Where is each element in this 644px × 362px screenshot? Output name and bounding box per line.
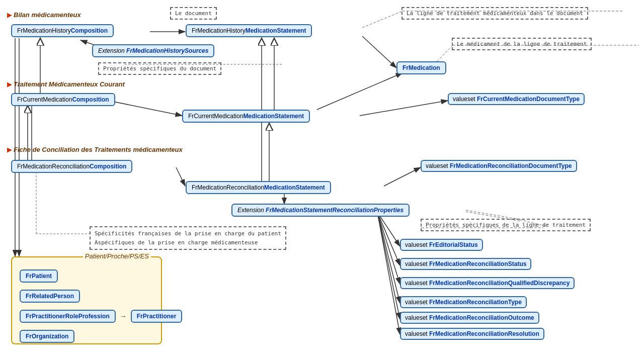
section-traitement: ▶Traitement Médicamenteux Courant: [7, 80, 125, 88]
dashed-la-ligne: La ligne de traitement médicamenteux dan…: [401, 7, 588, 20]
section-fiche: ▶Fiche de Conciliation des Traitements m…: [7, 146, 183, 153]
dashed-proprietes-doc: Propriétés spécifiques du document: [98, 62, 221, 75]
svg-line-25: [377, 212, 400, 246]
svg-line-15: [317, 73, 403, 110]
node-valueset-fr-medication-reconciliation-type[interactable]: valueset FrMedicationReconciliationType: [400, 296, 527, 308]
node-fr-practitioner-role-profession[interactable]: FrPractitionerRoleProfession: [20, 310, 116, 323]
section-bilan: ▶Bilan médicamenteux: [7, 11, 81, 19]
svg-line-26: [377, 212, 400, 265]
node-fr-patient[interactable]: FrPatient: [20, 269, 58, 283]
svg-line-13: [108, 101, 182, 116]
node-valueset-fr-medication-reconciliation-resolution[interactable]: valueset FrMedicationReconciliationResol…: [400, 328, 544, 340]
svg-line-28: [377, 212, 400, 303]
node-valueset-fr-medication-reconciliation-outcome[interactable]: valueset FrMedicationReconciliationOutco…: [400, 312, 539, 324]
svg-line-30: [377, 212, 400, 334]
patient-group: Patient/Proche/PS/ES FrPatient FrRelated…: [11, 256, 162, 344]
node-fr-medication-history-composition[interactable]: FrMedicationHistoryComposition: [11, 24, 114, 37]
node-fr-organization[interactable]: FrOrganization: [20, 330, 74, 343]
svg-line-18: [176, 167, 185, 186]
node-fr-current-medication-medication-statement[interactable]: FrCurrentMedicationMedicationStatement: [182, 110, 310, 123]
dashed-le-document: Le document: [170, 7, 217, 20]
node-fr-practitioner[interactable]: FrPractitioner: [131, 310, 183, 323]
node-fr-medication[interactable]: FrMedication: [396, 61, 446, 74]
node-fr-medication-reconciliation-medication-statement[interactable]: FrMedicationReconciliationMedicationStat…: [186, 181, 331, 194]
svg-line-4: [362, 11, 403, 28]
node-valueset-fr-current-medication-document-type[interactable]: valueset FrCurrentMedicationDocumentType: [448, 93, 585, 105]
svg-line-14: [360, 101, 448, 116]
node-fr-current-medication-composition[interactable]: FrCurrentMedicationComposition: [11, 93, 115, 106]
svg-line-19: [384, 167, 421, 186]
node-valueset-fr-medication-reconciliation-status[interactable]: valueset FrMedicationReconciliationStatu…: [400, 258, 531, 270]
node-valueset-fr-editorial-status[interactable]: valueset FrEditorialStatus: [400, 239, 483, 251]
node-fr-medication-history-medication-statement[interactable]: FrMedicationHistoryMedicationStatement: [186, 24, 312, 37]
node-fr-related-person[interactable]: FrRelatedPerson: [20, 290, 80, 303]
node-fr-medication-reconciliation-composition[interactable]: FrMedicationReconciliationComposition: [11, 160, 132, 173]
node-extension-fr-medication-statement-reconciliation-properties[interactable]: Extension FrMedicationStatementReconcili…: [231, 204, 410, 217]
patient-group-title: Patient/Proche/PS/ES: [83, 252, 151, 260]
svg-line-23: [466, 210, 516, 219]
dashed-le-medicament: Le médicament de la ligne de traitement: [452, 38, 592, 50]
svg-line-6: [362, 36, 396, 68]
node-extension-fr-medication-history-sources[interactable]: Extension FrMedicationHistorySources: [92, 44, 214, 57]
dashed-specificites-fr: Spécificités françaises de la prise en c…: [90, 226, 286, 250]
node-valueset-fr-medication-reconciliation-qualified-discrepancy[interactable]: valueset FrMedicationReconciliationQuali…: [400, 277, 575, 289]
svg-line-27: [377, 212, 400, 284]
node-valueset-fr-medication-reconciliation-document-type[interactable]: valueset FrMedicationReconciliationDocum…: [421, 160, 577, 172]
diagram-container: ▶Bilan médicamenteux ▶Traitement Médicam…: [0, 0, 644, 362]
dashed-proprietes-ligne: Propriétés spécifiques de la ligne de tr…: [421, 219, 591, 231]
svg-line-29: [377, 212, 400, 319]
